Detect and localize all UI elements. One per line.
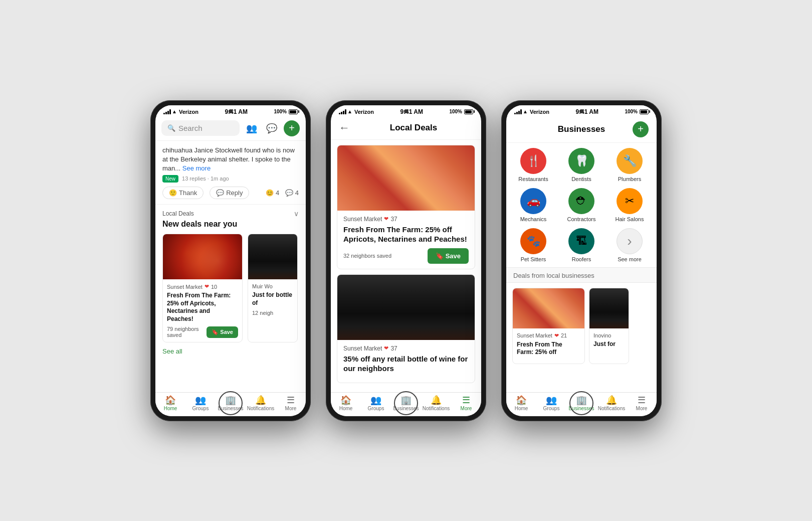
- nav-businesses-2[interactable]: 🏢 Businesses: [391, 396, 421, 411]
- back-btn-2[interactable]: ←: [339, 121, 350, 134]
- phone3-header: Businesses +: [506, 116, 657, 143]
- deal-local-1[interactable]: Sunset Market ❤ 21 Fresh From The Farm: …: [512, 288, 585, 364]
- deal-full-footer-1: 32 neighbors saved 🔖 Save: [343, 248, 469, 264]
- see-more-link[interactable]: See more: [182, 164, 211, 172]
- cat-plumbers[interactable]: 🔧 Plumbers: [608, 148, 651, 182]
- status-bar-1: ▲ Verizon 9:41 AM 100%: [155, 105, 306, 116]
- phone-3: ▲ Verizon 9:41 AM 100% Businesses +: [501, 100, 662, 421]
- bookmark-icon-f1: 🔖: [436, 252, 444, 260]
- messages-icon[interactable]: 💬: [264, 120, 280, 136]
- heart-icon-f2: ❤: [384, 345, 388, 352]
- page-title-3: Businesses: [530, 124, 633, 134]
- cat-dentists-label: Dentists: [571, 176, 591, 182]
- deal-card-1[interactable]: Sunset Market ❤ 10 Fresh From The Farm: …: [162, 234, 243, 342]
- add-btn[interactable]: +: [284, 120, 300, 136]
- deal-card-2[interactable]: Muir Wo Just for bottle of 12 neigh: [248, 234, 298, 342]
- deal-full-market-1: Sunset Market ❤ 37: [343, 216, 469, 223]
- nav-groups-1[interactable]: 👥 Groups: [185, 396, 216, 411]
- deal-local-market-1: Sunset Market ❤ 21: [517, 332, 580, 339]
- new-badge: New: [162, 175, 178, 183]
- add-btn-3[interactable]: +: [633, 121, 649, 137]
- deal-local-title-1: Fresh From The Farm: 25% off: [517, 341, 580, 357]
- bottom-nav-3: 🏠 Home 👥 Groups 🏢 Businesses 🔔 Notificat…: [506, 392, 657, 416]
- header-icons: 👥 💬 +: [244, 120, 300, 136]
- see-all-link[interactable]: See all: [162, 348, 299, 355]
- home-icon-1: 🏠: [165, 396, 176, 405]
- nav-home-2[interactable]: 🏠 Home: [331, 396, 361, 411]
- friends-icon[interactable]: 👥: [244, 120, 260, 136]
- carrier-1: Verizon: [179, 109, 198, 115]
- more-icon-3: ☰: [638, 396, 646, 405]
- cat-pet-sitters[interactable]: 🐾 Pet Sitters: [512, 228, 554, 262]
- search-bar[interactable]: 🔍 Search: [161, 120, 240, 136]
- nav-businesses-1[interactable]: 🏢 Businesses: [216, 396, 246, 411]
- signal-icon: [163, 109, 171, 114]
- cat-hair-salons[interactable]: ✂ Hair Salons: [608, 188, 651, 222]
- businesses-icon-1: 🏢: [225, 396, 236, 405]
- restaurants-icon: 🍴: [520, 148, 546, 174]
- heart-icon-f1: ❤: [384, 216, 388, 222]
- search-icon: 🔍: [167, 124, 175, 132]
- deal-full-saved-1: 32 neighbors saved: [343, 253, 391, 259]
- battery-icon-2: [464, 109, 473, 114]
- heart-icon-1: ❤: [205, 283, 209, 290]
- search-placeholder: Search: [178, 124, 202, 132]
- cat-restaurants[interactable]: 🍴 Restaurants: [512, 148, 554, 182]
- deals-local-scroll: Sunset Market ❤ 21 Fresh From The Farm: …: [506, 283, 657, 369]
- nav-home-1[interactable]: 🏠 Home: [155, 396, 185, 411]
- nav-more-1[interactable]: ☰ More: [276, 396, 306, 411]
- deal-local-2[interactable]: Inovino Just for: [589, 288, 629, 364]
- nav-businesses-3[interactable]: 🏢 Businesses: [566, 396, 596, 411]
- time-1: 9:41 AM: [225, 108, 248, 115]
- groups-icon-3: 👥: [546, 396, 557, 405]
- deal-full-card-2[interactable]: Sunset Market ❤ 37 35% off any retail bo…: [337, 274, 475, 383]
- nav-notifications-1[interactable]: 🔔 Notifications: [246, 396, 276, 411]
- deal-full-save-btn-1[interactable]: 🔖 Save: [428, 248, 469, 264]
- phones-container: ▲ Verizon 9:41 AM 100% 🔍 Search 👥 💬: [150, 100, 662, 421]
- reply-btn[interactable]: 💬 Reply: [210, 187, 249, 199]
- deal-market-2: Muir Wo: [252, 283, 293, 289]
- nav-groups-3[interactable]: 👥 Groups: [536, 396, 566, 411]
- cat-see-more[interactable]: › See more: [608, 228, 651, 262]
- post-meta: New 13 replies · 1m ago: [162, 175, 299, 183]
- deal-full-card-1[interactable]: Sunset Market ❤ 37 Fresh From The Farm: …: [337, 145, 475, 269]
- battery-icon-3: [640, 109, 649, 114]
- thank-btn[interactable]: 🙂 Thank: [162, 187, 204, 199]
- more-icon-2: ☰: [462, 396, 470, 405]
- groups-icon-1: 👥: [195, 396, 206, 405]
- cat-mechanics[interactable]: 🚗 Mechanics: [512, 188, 554, 222]
- nav-groups-2[interactable]: 👥 Groups: [361, 396, 391, 411]
- cat-roofers[interactable]: 🏗 Roofers: [560, 228, 602, 262]
- nav-notifications-3[interactable]: 🔔 Notifications: [596, 396, 627, 411]
- deal-full-img-1: [337, 145, 475, 211]
- phone3-content: 🍴 Restaurants 🦷 Dentists 🔧 Plumbers: [506, 143, 657, 416]
- bottom-nav-2: 🏠 Home 👥 Groups 🏢 Businesses 🔔 Notificat…: [331, 392, 481, 416]
- reaction-counts: 😊 4 💬 4: [266, 189, 299, 197]
- cat-dentists[interactable]: 🦷 Dentists: [560, 148, 602, 182]
- plumbers-icon: 🔧: [617, 148, 643, 174]
- deals-section-title-3: Deals from local businesses: [506, 267, 657, 283]
- deal-local-market-2: Inovino: [593, 332, 625, 338]
- deal-full-title-2: 35% off any retail bottle of wine for ou…: [343, 354, 469, 374]
- post-actions: 🙂 Thank 💬 Reply 😊 4 💬 4: [162, 187, 299, 199]
- neighbors-saved-1: 79 neighbors saved: [167, 326, 207, 338]
- nav-more-2[interactable]: ☰ More: [451, 396, 481, 411]
- nav-more-3[interactable]: ☰ More: [627, 396, 657, 411]
- wifi-icon-2: ▲: [347, 109, 352, 114]
- deals-scroll: Sunset Market ❤ 10 Fresh From The Farm: …: [162, 234, 299, 342]
- save-btn-1[interactable]: 🔖 Save: [207, 326, 238, 338]
- roofers-icon: 🏗: [568, 228, 594, 254]
- cat-pet-sitters-label: Pet Sitters: [521, 256, 546, 262]
- deal-local-img-2: [589, 288, 629, 328]
- deal-full-img-2: [337, 275, 475, 340]
- bookmark-icon-1: 🔖: [212, 329, 219, 335]
- carrier-2: Verizon: [354, 109, 374, 115]
- nav-home-3[interactable]: 🏠 Home: [506, 396, 536, 411]
- cat-roofers-label: Roofers: [572, 256, 591, 262]
- more-icon-1: ☰: [287, 396, 295, 405]
- smiley-icon: 🙂: [169, 189, 177, 197]
- cat-see-more-label: See more: [618, 256, 642, 262]
- cat-contractors[interactable]: ⛑ Contractors: [560, 188, 602, 222]
- nav-notifications-2[interactable]: 🔔 Notifications: [421, 396, 451, 411]
- home-icon-3: 🏠: [516, 396, 527, 405]
